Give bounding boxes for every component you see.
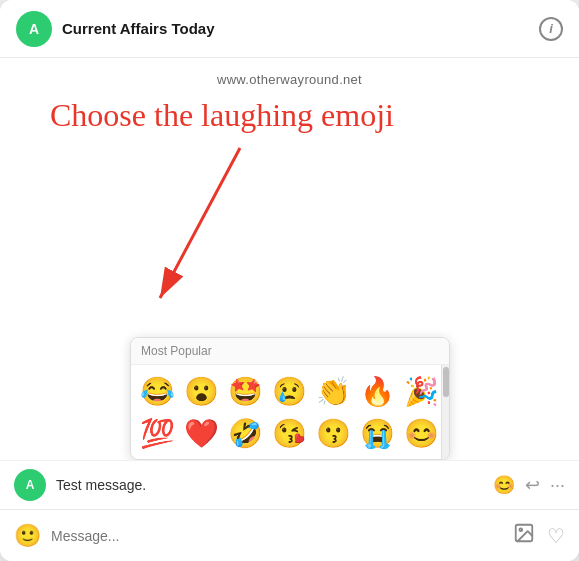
emoji-picker: Most Popular 😂 😮 🤩 😢 👏 🔥 🎉 💯 ❤️ 🤣 😘 😗 😭 … bbox=[130, 337, 450, 460]
info-icon[interactable]: i bbox=[539, 17, 563, 41]
app-container: A Current Affairs Today i www.otherwayro… bbox=[0, 0, 579, 561]
svg-line-1 bbox=[160, 148, 240, 298]
emoji-100[interactable]: 💯 bbox=[137, 413, 177, 453]
emoji-kiss[interactable]: 😘 bbox=[269, 413, 309, 453]
avatar: A bbox=[16, 11, 52, 47]
header: A Current Affairs Today i bbox=[0, 0, 579, 58]
content-area: www.otherwayround.net Choose the laughin… bbox=[0, 58, 579, 460]
emoji-reaction-icon[interactable]: 😊 bbox=[493, 474, 515, 496]
emoji-rofl[interactable]: 🤣 bbox=[225, 413, 265, 453]
emoji-clap[interactable]: 👏 bbox=[313, 371, 353, 411]
like-icon[interactable]: ♡ bbox=[547, 524, 565, 548]
reply-icon[interactable]: ↩ bbox=[525, 474, 540, 496]
emoji-picker-button[interactable]: 🙂 bbox=[14, 523, 41, 549]
channel-title: Current Affairs Today bbox=[62, 20, 539, 37]
emoji-kiss2[interactable]: 😗 bbox=[313, 413, 353, 453]
scrollbar-thumb bbox=[443, 367, 449, 397]
emoji-star-eyes[interactable]: 🤩 bbox=[225, 371, 265, 411]
media-icon[interactable] bbox=[513, 522, 535, 549]
message-text: Test message. bbox=[56, 477, 483, 493]
emoji-heart[interactable]: ❤️ bbox=[181, 413, 221, 453]
input-row: 🙂 ♡ bbox=[0, 509, 579, 561]
more-options-icon[interactable]: ··· bbox=[550, 475, 565, 496]
message-actions: 😊 ↩ ··· bbox=[493, 474, 565, 496]
message-row: A Test message. 😊 ↩ ··· bbox=[0, 460, 579, 509]
arrow-indicator bbox=[120, 138, 320, 318]
emoji-laughing[interactable]: 😂 bbox=[137, 371, 177, 411]
emoji-party[interactable]: 🎉 bbox=[401, 371, 441, 411]
message-avatar: A bbox=[14, 469, 46, 501]
emoji-fire[interactable]: 🔥 bbox=[357, 371, 397, 411]
emoji-surprised[interactable]: 😮 bbox=[181, 371, 221, 411]
svg-point-3 bbox=[519, 528, 522, 531]
instruction-text: Choose the laughing emoji bbox=[50, 96, 470, 134]
emoji-grid: 😂 😮 🤩 😢 👏 🔥 🎉 💯 ❤️ 🤣 😘 😗 😭 😊 bbox=[131, 365, 449, 459]
emoji-section-label: Most Popular bbox=[131, 338, 449, 365]
emoji-scrollbar[interactable] bbox=[441, 365, 449, 459]
website-label: www.otherwayround.net bbox=[0, 72, 579, 87]
input-right-icons: ♡ bbox=[513, 522, 565, 549]
emoji-smile[interactable]: 😊 bbox=[401, 413, 441, 453]
emoji-sob[interactable]: 😭 bbox=[357, 413, 397, 453]
message-input[interactable] bbox=[51, 528, 503, 544]
emoji-crying[interactable]: 😢 bbox=[269, 371, 309, 411]
